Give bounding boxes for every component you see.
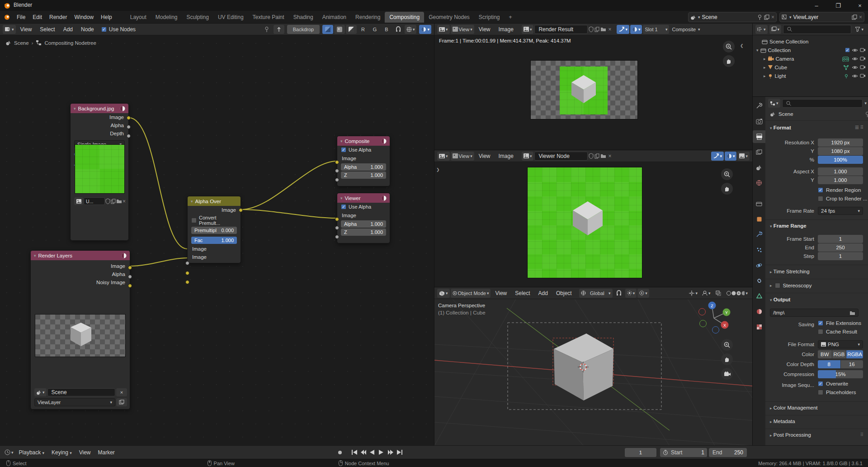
- outliner-collection[interactable]: ▾ Collection ✓: [753, 46, 868, 54]
- convert-premult-row[interactable]: Convert Premult...: [188, 214, 241, 226]
- menu-image[interactable]: Image: [495, 151, 517, 161]
- color-rgb-button[interactable]: RGB: [832, 350, 846, 358]
- image-options-dropdown[interactable]: ▾: [737, 152, 750, 161]
- editor-type-button[interactable]: ▾: [3, 448, 15, 457]
- camera-view-button[interactable]: [721, 368, 733, 380]
- image-name-field[interactable]: Viewer Node: [534, 152, 588, 161]
- aspect-y-field[interactable]: 1.000: [818, 176, 863, 184]
- eye-icon[interactable]: [852, 48, 858, 52]
- scene-field[interactable]: Scene: [47, 388, 115, 396]
- expand-icon[interactable]: ▸: [764, 65, 766, 70]
- tab-object-data[interactable]: [753, 290, 765, 302]
- backdrop-channel-alpha[interactable]: [346, 25, 357, 34]
- outliner-scene-collection[interactable]: Scene Collection: [753, 37, 868, 46]
- collapse-icon[interactable]: ▾: [340, 196, 343, 200]
- navigation-gizmo[interactable]: Z Y X: [698, 300, 732, 334]
- menu-view[interactable]: View: [475, 24, 494, 34]
- tab-world[interactable]: [753, 176, 765, 189]
- tab-layout[interactable]: Layout: [126, 12, 151, 23]
- placeholders-toggle[interactable]: Placeholders: [818, 390, 856, 395]
- resolution-pct-slider[interactable]: 100%: [818, 156, 863, 164]
- output-panel-header[interactable]: ▾ Output: [770, 297, 790, 302]
- resolution-x-field[interactable]: 1920 px: [818, 138, 863, 147]
- browse-image-button[interactable]: ▾: [522, 152, 534, 161]
- cube-object[interactable]: [554, 334, 613, 400]
- tab-animation[interactable]: Animation: [318, 12, 351, 23]
- unlink-icon[interactable]: ×: [123, 198, 126, 205]
- collapse-icon[interactable]: ▾: [340, 139, 343, 143]
- new-image-icon[interactable]: [111, 199, 116, 204]
- cache-result-toggle[interactable]: Cache Result: [818, 329, 857, 334]
- browse-image-button[interactable]: [74, 197, 83, 205]
- open-folder-icon[interactable]: [849, 310, 855, 315]
- slot-dropdown[interactable]: Slot 1▾: [643, 25, 669, 34]
- close-button[interactable]: ×: [854, 1, 866, 10]
- play-button[interactable]: [377, 448, 385, 457]
- input-socket-image2[interactable]: [185, 280, 189, 284]
- outliner-camera[interactable]: ▸ Camera: [753, 54, 868, 63]
- axis-z-neg-ball[interactable]: [712, 327, 719, 334]
- menu-node[interactable]: Node: [77, 24, 98, 34]
- tab-modeling[interactable]: Modeling: [151, 12, 182, 23]
- output-socket-image[interactable]: [127, 116, 131, 120]
- region-collapse-arrow[interactable]: ❮: [740, 43, 744, 48]
- expand-icon[interactable]: ▾: [756, 48, 759, 52]
- new-image-icon[interactable]: [594, 27, 599, 32]
- breadcrumb-scene[interactable]: Scene: [778, 111, 793, 117]
- open-folder-icon[interactable]: [600, 27, 606, 32]
- chevron-down-icon[interactable]: ▾: [864, 101, 867, 105]
- menu-playback[interactable]: Playback ▾: [15, 448, 48, 457]
- eye-icon[interactable]: [852, 74, 858, 78]
- alpha-field[interactable]: Alpha 1.000: [341, 163, 386, 171]
- backdrop-channel-g[interactable]: G: [369, 25, 380, 34]
- compression-slider[interactable]: 15%: [818, 370, 863, 378]
- tab-material[interactable]: [753, 305, 765, 318]
- show-gizmo-dropdown[interactable]: ▾: [687, 289, 699, 298]
- editor-type-button[interactable]: ▾: [437, 152, 450, 161]
- node-header[interactable]: ▾ Render Layers: [31, 251, 130, 260]
- node-header[interactable]: ▾ Viewer: [337, 193, 390, 203]
- editor-type-button[interactable]: ▾: [437, 25, 450, 34]
- post-processing-panel[interactable]: ▸ Post Processing: [770, 432, 811, 438]
- next-keyframe-button[interactable]: [386, 448, 395, 457]
- tab-scene[interactable]: [753, 161, 765, 174]
- pin-icon[interactable]: [757, 14, 762, 20]
- menu-window[interactable]: Window: [71, 12, 97, 22]
- frame-end-button[interactable]: End 250: [709, 448, 747, 457]
- overwrite-toggle[interactable]: ✓Overwrite: [818, 381, 848, 386]
- menu-view[interactable]: View: [475, 151, 494, 161]
- depth-16-button[interactable]: 16: [841, 360, 863, 368]
- tab-particles[interactable]: [753, 243, 765, 256]
- output-socket-noisy-image[interactable]: [128, 284, 132, 288]
- tab-texture[interactable]: [753, 320, 765, 333]
- input-socket-alpha[interactable]: [335, 226, 339, 230]
- tab-uv-editing[interactable]: UV Editing: [213, 12, 248, 23]
- fake-user-shield-icon[interactable]: [105, 198, 110, 204]
- menu-keying[interactable]: Keying ▾: [48, 448, 75, 457]
- shading-mode-buttons[interactable]: ▾: [725, 289, 750, 298]
- zoom-button[interactable]: [723, 41, 735, 52]
- output-socket-image[interactable]: [128, 266, 132, 270]
- output-socket-alpha[interactable]: [127, 125, 131, 129]
- unlink-icon[interactable]: ×: [607, 153, 612, 159]
- tab-geometry-nodes[interactable]: Geometry Nodes: [424, 12, 474, 23]
- render-region-toggle[interactable]: ✓Render Region: [818, 187, 861, 193]
- menu-view[interactable]: View: [75, 448, 94, 457]
- tab-add-workspace[interactable]: +: [505, 12, 517, 23]
- camera-restrict-icon[interactable]: [860, 65, 866, 70]
- tab-scripting[interactable]: Scripting: [474, 12, 505, 23]
- image-name-field[interactable]: U...: [84, 197, 105, 205]
- aspect-x-field[interactable]: 1.000: [818, 167, 863, 176]
- duplicate-icon[interactable]: [764, 14, 769, 20]
- stereoscopy-panel[interactable]: ▸ Stereoscopy: [770, 283, 811, 288]
- tab-shading[interactable]: Shading: [289, 12, 318, 23]
- color-bw-button[interactable]: BW: [818, 350, 832, 358]
- z-field[interactable]: Z 1.000: [341, 172, 386, 179]
- collection-checkbox[interactable]: ✓: [845, 48, 850, 52]
- gizmos-dropdown[interactable]: ▾: [617, 25, 629, 34]
- camera-restrict-icon[interactable]: [860, 56, 866, 61]
- scene-selector[interactable]: ▾ Scene ×: [688, 12, 777, 22]
- unlink-icon[interactable]: ×: [771, 14, 774, 20]
- zoom-button[interactable]: [721, 168, 733, 180]
- output-socket-alpha[interactable]: [128, 275, 132, 279]
